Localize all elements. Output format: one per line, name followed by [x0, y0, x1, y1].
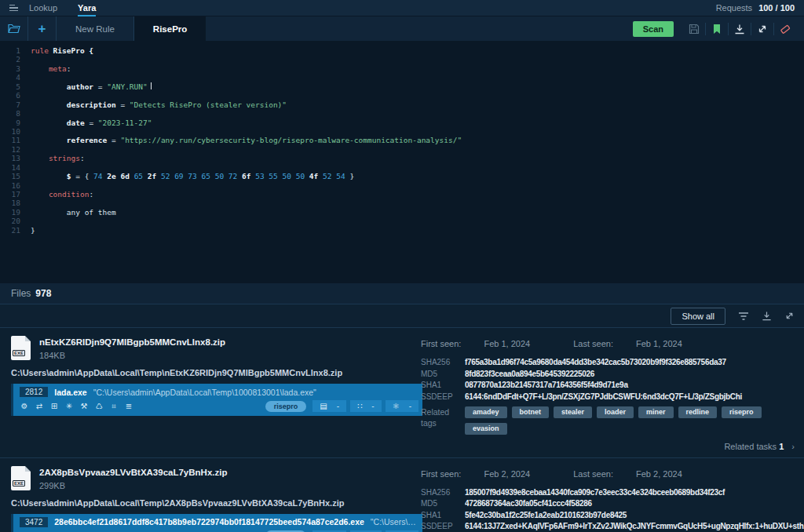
tag-pill[interactable]: botnet	[512, 406, 550, 418]
download-icon[interactable]	[729, 21, 751, 37]
file-entry: EXE nEtxKZ6RIDjn9Q7MlBgpb5MMCnvLlnx8.zip…	[0, 328, 804, 458]
line-number: 2	[0, 55, 20, 64]
code-line: 18	[0, 199, 804, 207]
hash-row: MD58fd823f3ceaa0a894e5b645392225026	[421, 370, 804, 378]
tag-pill[interactable]: miner	[638, 406, 674, 418]
code-token: "Detects RisePro (stealer version)"	[130, 100, 287, 109]
expand-icon[interactable]	[751, 21, 773, 37]
tag-pill[interactable]: redline	[678, 406, 718, 418]
nav-lookup[interactable]: Lookup	[29, 3, 57, 13]
code-token: }	[349, 172, 354, 180]
code-line: 9 date = "2023-11-27"	[0, 118, 804, 127]
expand-icon[interactable]	[784, 311, 795, 321]
hash-value: 0877870a123b21457317a7164356f5f4d9d71e9a	[465, 381, 804, 389]
code-token: 54	[336, 172, 349, 180]
line-number: 14	[0, 163, 20, 172]
tag-pill[interactable]: stealer	[554, 406, 592, 418]
save-icon[interactable]	[683, 21, 705, 37]
hash-value: 8fd823f3ceaa0a894e5b645392225026	[465, 370, 804, 378]
tab-risepro[interactable]: RisePro	[134, 16, 206, 41]
process-pid-badge: 3472	[20, 517, 48, 527]
line-number: 20	[0, 217, 20, 225]
first-seen-value: Feb 1, 2024	[484, 339, 530, 348]
files-list: EXE nEtxKZ6RIDjn9Q7MlBgpb5MMCnvLlnx8.zip…	[0, 328, 804, 532]
code-token: "https://any.run/cybersecurity-blog/rise…	[120, 136, 462, 144]
grid-icon: ⌗	[109, 402, 119, 411]
tab-new-rule[interactable]: New Rule	[57, 16, 134, 41]
tag-pill[interactable]: loader	[597, 406, 634, 418]
process-row[interactable]: 3472 28e6bbc4ef21d8617ddf8c417b8b9eb7229…	[11, 514, 422, 532]
code-line: 19 any of them	[0, 208, 804, 217]
code-token: 4f	[309, 172, 323, 180]
hash-label: MD5	[421, 499, 457, 508]
code-line: 8	[0, 109, 804, 118]
tag-pill[interactable]: evasion	[465, 423, 507, 435]
file-entry-details: First seen: Feb 2, 2024 Last seen: Feb 2…	[410, 466, 804, 532]
code-token: :	[67, 64, 71, 73]
eraser-icon[interactable]	[774, 21, 796, 37]
yara-code-editor[interactable]: 1rule RisePro {23 meta:45 author = "ANY.…	[0, 41, 804, 283]
code-token	[31, 82, 67, 91]
file-path: C:\Users\admin\AppData\Local\Temp\2AX8pB…	[11, 498, 410, 508]
tag-pill[interactable]: risepro	[722, 406, 762, 418]
code-token: 50	[215, 172, 228, 180]
code-line: 2	[0, 55, 804, 64]
nav-yara[interactable]: Yara	[78, 3, 96, 13]
modules-stat[interactable]: ∷-	[350, 400, 382, 412]
related-tasks-label: Related tasks	[724, 442, 777, 451]
line-number: 8	[0, 109, 20, 118]
code-token: 73	[188, 172, 201, 180]
chevron-right-icon: ›	[791, 442, 795, 451]
file-size: 299KB	[39, 481, 227, 490]
hash-label: SHA256	[421, 488, 457, 497]
hash-value: 5fe42c30ba1f2c25fe1a2eab2101623b97de8425	[465, 511, 804, 519]
open-folder-button[interactable]	[0, 16, 28, 41]
code-line: 3 meta:	[0, 64, 804, 73]
code-token	[31, 136, 67, 144]
process-name: 28e6bbc4ef21d8617ddf8c417b8b9eb722974bb0…	[54, 517, 364, 527]
code-token: reference	[67, 136, 107, 144]
process-tag-pill[interactable]: risepro	[265, 401, 307, 412]
report-icon: ≣	[124, 402, 133, 411]
hash-row: SSDEEP6144:13J7Zxed+KAqIVFp6AFm9+IrTxZv2…	[421, 522, 804, 530]
top-bar: Lookup Yara Requests 100 / 100	[0, 0, 804, 16]
folder-icon	[8, 24, 20, 34]
file-entry-left: EXE 2AX8pBsVpvaaz9LVvBtXA39caL7yBnHx.zip…	[11, 466, 410, 532]
filter-icon[interactable]	[738, 312, 749, 321]
rule-tab-bar: + New Rule RisePro Scan	[0, 16, 804, 41]
code-token	[31, 154, 49, 162]
hash-label: SHA1	[421, 381, 457, 389]
hamburger-menu-icon[interactable]	[9, 5, 18, 12]
code-token: 55	[269, 172, 282, 180]
code-token: 52	[161, 172, 174, 180]
last-seen-value: Feb 2, 2024	[636, 469, 682, 479]
download-icon[interactable]	[762, 311, 772, 321]
process-row[interactable]: 2812 lada.exe "C:\Users\admin\AppData\Lo…	[11, 384, 422, 416]
files-stat-value: -	[337, 402, 339, 410]
code-token: =	[116, 100, 130, 109]
line-number: 11	[0, 136, 20, 144]
tag-pill[interactable]: amadey	[465, 406, 507, 418]
file-entry-left: EXE nEtxKZ6RIDjn9Q7MlBgpb5MMCnvLlnx8.zip…	[11, 336, 410, 457]
line-number: 1	[0, 46, 20, 55]
scan-button[interactable]: Scan	[633, 21, 674, 37]
related-tasks-link[interactable]: Related tasks 1 ›	[421, 442, 795, 451]
show-all-button[interactable]: Show all	[671, 308, 725, 325]
process-cmdline: "C:\Users\admin\AppData\Local\Temp\10008…	[93, 388, 316, 397]
behavior-icons: ⚙⇄⊞✳⚒♺⌗≣	[20, 402, 133, 411]
related-tasks-count: 1	[779, 442, 784, 451]
first-seen-value: Feb 2, 2024	[484, 469, 530, 479]
code-token: 50	[296, 172, 309, 180]
bookmark-icon[interactable]	[706, 21, 728, 37]
file-path: C:\Users\admin\AppData\Local\Temp\nEtxKZ…	[11, 368, 410, 377]
line-number: 18	[0, 199, 20, 207]
related-tags-label: Related tags	[421, 406, 457, 435]
hash-value: f765a3ba1d96f74c5a9680da454dd3be342cac5b…	[465, 358, 804, 366]
line-number: 13	[0, 154, 20, 162]
code-line: 17 condition:	[0, 190, 804, 199]
code-line: 11 reference = "https://any.run/cybersec…	[0, 136, 804, 144]
files-stat[interactable]: ▤-	[312, 400, 346, 412]
code-line: 10	[0, 127, 804, 136]
new-tab-button[interactable]: +	[28, 16, 57, 41]
files-toolbar: Show all	[0, 304, 804, 328]
